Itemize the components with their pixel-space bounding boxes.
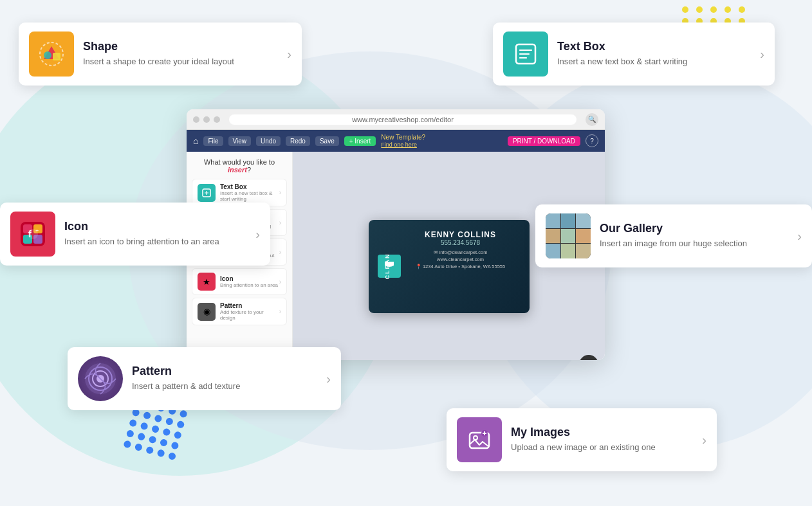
insert-item-icon-arrow: › <box>279 278 281 285</box>
myimages-card-title: My Images <box>511 426 693 439</box>
myimages-card-subtitle: Upload a new image or an existing one <box>511 442 693 453</box>
textbox-card-subtitle: Insert a new text box & start writing <box>557 56 751 68</box>
browser-dot-3 <box>214 116 220 123</box>
toolbar-insert-btn[interactable]: + Insert <box>344 136 376 146</box>
icon-card-title: Icon <box>64 220 246 233</box>
browser-url: www.mycreativeshop.com/editor <box>229 114 577 125</box>
canvas-address: 📍 1234 Auto Drive • Spokane, WA 55555 <box>416 264 505 269</box>
gallery-cell-2 <box>561 213 576 228</box>
pattern-card-icon <box>78 356 123 401</box>
textbox-card[interactable]: Text Box Insert a new text box & start w… <box>493 23 775 86</box>
shape-card-text: Shape Insert a shape to create your idea… <box>74 40 287 68</box>
myimages-card-text: My Images Upload a new image or an exist… <box>502 426 702 453</box>
insert-item-icon-name: Icon <box>220 275 279 282</box>
toolbar-save-btn[interactable]: Save <box>315 136 339 146</box>
textbox-card-text: Text Box Insert a new text box & start w… <box>548 40 760 68</box>
textbox-card-title: Text Box <box>557 40 751 53</box>
browser-bar: www.mycreativeshop.com/editor 🔍 <box>187 109 605 130</box>
browser-search-icon: 🔍 <box>586 113 598 126</box>
toolbar-redo-btn[interactable]: Redo <box>286 136 310 146</box>
canvas-company-name: KENNY COLLINS <box>402 230 519 239</box>
canvas-brand: CLEAN <box>383 253 390 280</box>
pattern-card-subtitle: Insert a pattern & add texture <box>132 381 317 392</box>
insert-item-myimage-arrow: › <box>279 219 281 226</box>
icon-card-text: Icon Insert an icon to bring attention t… <box>55 220 255 248</box>
shape-card-arrow: › <box>287 47 291 62</box>
insert-item-icon-icon: ★ <box>198 273 216 291</box>
pattern-card[interactable]: Pattern Insert a pattern & add texture › <box>68 347 341 410</box>
insert-item-textbox-desc: Insert a new text box & start writing <box>220 190 279 202</box>
browser-dot-1 <box>193 116 199 123</box>
shape-card-title: Shape <box>83 40 278 53</box>
textbox-card-icon <box>503 32 548 77</box>
gallery-mosaic <box>546 213 591 258</box>
insert-item-icon-text: Icon Bring attention to an area <box>220 275 279 288</box>
svg-text:+: + <box>35 228 39 234</box>
gallery-card[interactable]: Our Gallery Insert an image from our hug… <box>535 204 812 267</box>
gallery-cell-4 <box>546 229 560 244</box>
icon-card-arrow: › <box>255 227 260 242</box>
canvas-website: www.cleancarpet.com <box>437 257 484 262</box>
insert-item-textbox-icon <box>198 184 216 202</box>
gallery-cell-7 <box>546 244 560 258</box>
gallery-cell-8 <box>561 244 576 258</box>
blue-dots-decoration <box>129 404 183 455</box>
gallery-cell-3 <box>576 213 591 228</box>
icon-card-subtitle: Insert an icon to bring attention to an … <box>64 236 246 248</box>
insert-panel-title: What would you like to insert? <box>192 158 287 174</box>
insert-item-textbox-arrow: › <box>279 189 281 196</box>
myimages-card-arrow: › <box>702 433 706 447</box>
canvas-email: ✉ info@cleancarpet.com <box>434 249 488 255</box>
insert-item-pattern-icon: ◉ <box>198 303 216 321</box>
pattern-card-title: Pattern <box>132 365 317 378</box>
myimages-card-icon <box>457 417 502 462</box>
insert-item-pattern-name: Pattern <box>220 302 279 309</box>
gallery-cell-9 <box>576 244 591 258</box>
textbox-card-arrow: › <box>760 47 764 62</box>
toolbar-print-btn[interactable]: PRINT / DOWNLOAD <box>508 136 580 146</box>
canvas-contact: ✉ info@cleancarpet.com www.cleancarpet.c… <box>402 249 519 271</box>
toolbar-undo-btn[interactable]: Undo <box>256 136 281 146</box>
gallery-cell-6 <box>576 229 591 244</box>
insert-item-pattern-arrow: › <box>279 308 281 315</box>
myimages-card[interactable]: My Images Upload a new image or an exist… <box>447 408 717 471</box>
insert-item-icon-desc: Bring attention to an area <box>220 282 279 288</box>
insert-item-textbox-name: Text Box <box>220 183 279 190</box>
svg-rect-9 <box>53 53 60 60</box>
gallery-card-text: Our Gallery Insert an image from our hug… <box>591 222 797 249</box>
insert-item-pattern-text: Pattern Add texture to your design <box>220 302 279 321</box>
insert-item-shape-arrow: › <box>279 249 281 256</box>
gallery-cell-5 <box>561 229 576 244</box>
insert-item-icon[interactable]: ★ Icon Bring attention to an area › <box>192 268 287 295</box>
business-card: KENNY COLLINS 555.234.5678 ✉ info@cleanc… <box>369 220 530 313</box>
pattern-card-arrow: › <box>326 372 331 386</box>
insert-item-pattern-desc: Add texture to your design <box>220 309 279 321</box>
toolbar-view-btn[interactable]: View <box>228 136 252 146</box>
pattern-card-text: Pattern Insert a pattern & add texture <box>123 365 326 392</box>
toolbar-file-btn[interactable]: File <box>203 136 223 146</box>
shape-card-icon <box>29 32 74 77</box>
insert-item-pattern[interactable]: ◉ Pattern Add texture to your design › <box>192 298 287 325</box>
insert-item-textbox-text: Text Box Insert a new text box & start w… <box>220 183 279 202</box>
svg-point-8 <box>44 51 51 59</box>
gallery-card-icon <box>546 213 591 258</box>
gallery-card-arrow: › <box>797 229 802 244</box>
gallery-card-title: Our Gallery <box>600 222 788 235</box>
canvas-phone: 555.234.5678 <box>402 239 519 246</box>
toolbar-home-icon: ⌂ <box>193 136 198 146</box>
toolbar-help-btn[interactable]: ? <box>586 134 598 147</box>
editor-toolbar: ⌂ File View Undo Redo Save + Insert New … <box>187 130 605 152</box>
shape-card-subtitle: Insert a shape to create your ideal layo… <box>83 56 278 68</box>
icon-card[interactable]: f + Icon Insert an icon to bring attenti… <box>0 203 270 266</box>
toolbar-template-label: New Template? Find one here <box>381 134 425 148</box>
shape-card[interactable]: Shape Insert a shape to create your idea… <box>19 23 302 86</box>
zoom-button[interactable] <box>579 355 598 360</box>
svg-text:f: f <box>28 229 32 239</box>
browser-dot-2 <box>203 116 210 123</box>
pattern-img <box>78 356 123 401</box>
gallery-cell-1 <box>546 213 560 228</box>
svg-point-24 <box>474 436 477 440</box>
gallery-card-subtitle: Insert an image from our huge selection <box>600 238 788 249</box>
icon-card-icon: f + <box>10 212 55 257</box>
